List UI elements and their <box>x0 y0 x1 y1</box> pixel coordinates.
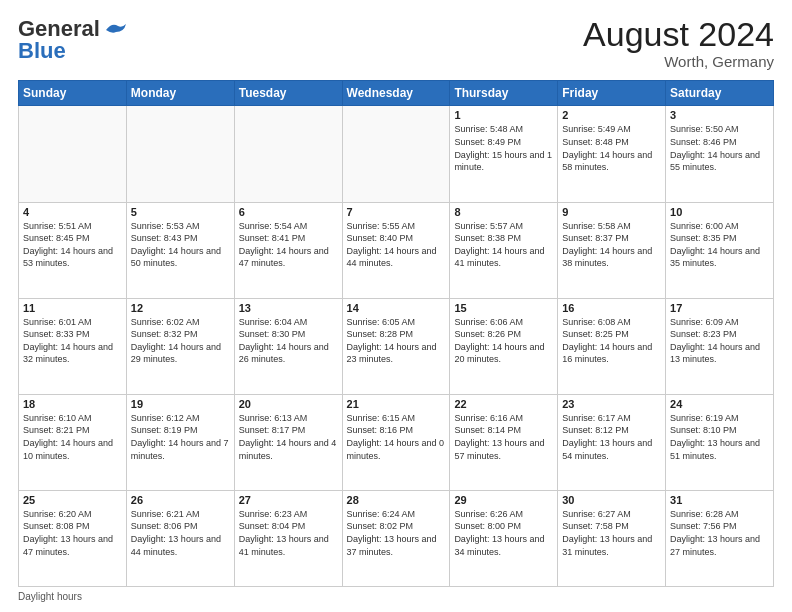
day-info: Sunrise: 6:26 AM Sunset: 8:00 PM Dayligh… <box>454 508 553 558</box>
table-row: 16Sunrise: 6:08 AM Sunset: 8:25 PM Dayli… <box>558 298 666 394</box>
day-info: Sunrise: 5:57 AM Sunset: 8:38 PM Dayligh… <box>454 220 553 270</box>
col-sunday: Sunday <box>19 81 127 106</box>
day-number: 27 <box>239 494 338 506</box>
calendar-week-5: 25Sunrise: 6:20 AM Sunset: 8:08 PM Dayli… <box>19 490 774 586</box>
table-row: 25Sunrise: 6:20 AM Sunset: 8:08 PM Dayli… <box>19 490 127 586</box>
table-row: 19Sunrise: 6:12 AM Sunset: 8:19 PM Dayli… <box>126 394 234 490</box>
day-info: Sunrise: 6:01 AM Sunset: 8:33 PM Dayligh… <box>23 316 122 366</box>
table-row <box>342 106 450 202</box>
day-number: 3 <box>670 109 769 121</box>
logo: General Blue <box>18 16 126 64</box>
day-number: 26 <box>131 494 230 506</box>
table-row: 27Sunrise: 6:23 AM Sunset: 8:04 PM Dayli… <box>234 490 342 586</box>
col-wednesday: Wednesday <box>342 81 450 106</box>
day-info: Sunrise: 6:00 AM Sunset: 8:35 PM Dayligh… <box>670 220 769 270</box>
page: General Blue August 2024 Worth, Germany … <box>0 0 792 612</box>
logo-blue: Blue <box>18 38 66 64</box>
day-info: Sunrise: 6:24 AM Sunset: 8:02 PM Dayligh… <box>347 508 446 558</box>
day-info: Sunrise: 5:53 AM Sunset: 8:43 PM Dayligh… <box>131 220 230 270</box>
day-number: 15 <box>454 302 553 314</box>
day-number: 21 <box>347 398 446 410</box>
table-row: 29Sunrise: 6:26 AM Sunset: 8:00 PM Dayli… <box>450 490 558 586</box>
calendar-week-3: 11Sunrise: 6:01 AM Sunset: 8:33 PM Dayli… <box>19 298 774 394</box>
day-number: 6 <box>239 206 338 218</box>
col-monday: Monday <box>126 81 234 106</box>
day-info: Sunrise: 6:17 AM Sunset: 8:12 PM Dayligh… <box>562 412 661 462</box>
calendar-header-row: Sunday Monday Tuesday Wednesday Thursday… <box>19 81 774 106</box>
table-row: 23Sunrise: 6:17 AM Sunset: 8:12 PM Dayli… <box>558 394 666 490</box>
table-row: 14Sunrise: 6:05 AM Sunset: 8:28 PM Dayli… <box>342 298 450 394</box>
day-number: 18 <box>23 398 122 410</box>
day-number: 10 <box>670 206 769 218</box>
day-number: 12 <box>131 302 230 314</box>
day-info: Sunrise: 6:15 AM Sunset: 8:16 PM Dayligh… <box>347 412 446 462</box>
day-info: Sunrise: 5:49 AM Sunset: 8:48 PM Dayligh… <box>562 123 661 173</box>
table-row: 17Sunrise: 6:09 AM Sunset: 8:23 PM Dayli… <box>666 298 774 394</box>
day-info: Sunrise: 6:10 AM Sunset: 8:21 PM Dayligh… <box>23 412 122 462</box>
day-info: Sunrise: 6:16 AM Sunset: 8:14 PM Dayligh… <box>454 412 553 462</box>
day-info: Sunrise: 6:09 AM Sunset: 8:23 PM Dayligh… <box>670 316 769 366</box>
calendar-week-1: 1Sunrise: 5:48 AM Sunset: 8:49 PM Daylig… <box>19 106 774 202</box>
day-number: 30 <box>562 494 661 506</box>
day-number: 2 <box>562 109 661 121</box>
day-number: 11 <box>23 302 122 314</box>
day-info: Sunrise: 6:08 AM Sunset: 8:25 PM Dayligh… <box>562 316 661 366</box>
day-number: 17 <box>670 302 769 314</box>
day-info: Sunrise: 5:58 AM Sunset: 8:37 PM Dayligh… <box>562 220 661 270</box>
day-info: Sunrise: 5:50 AM Sunset: 8:46 PM Dayligh… <box>670 123 769 173</box>
calendar-table: Sunday Monday Tuesday Wednesday Thursday… <box>18 80 774 587</box>
day-number: 14 <box>347 302 446 314</box>
day-number: 19 <box>131 398 230 410</box>
table-row: 3Sunrise: 5:50 AM Sunset: 8:46 PM Daylig… <box>666 106 774 202</box>
day-number: 22 <box>454 398 553 410</box>
table-row: 30Sunrise: 6:27 AM Sunset: 7:58 PM Dayli… <box>558 490 666 586</box>
day-number: 23 <box>562 398 661 410</box>
calendar-week-4: 18Sunrise: 6:10 AM Sunset: 8:21 PM Dayli… <box>19 394 774 490</box>
day-number: 8 <box>454 206 553 218</box>
table-row: 4Sunrise: 5:51 AM Sunset: 8:45 PM Daylig… <box>19 202 127 298</box>
day-number: 4 <box>23 206 122 218</box>
day-number: 25 <box>23 494 122 506</box>
col-saturday: Saturday <box>666 81 774 106</box>
table-row <box>126 106 234 202</box>
table-row: 5Sunrise: 5:53 AM Sunset: 8:43 PM Daylig… <box>126 202 234 298</box>
day-info: Sunrise: 6:12 AM Sunset: 8:19 PM Dayligh… <box>131 412 230 462</box>
day-number: 1 <box>454 109 553 121</box>
col-tuesday: Tuesday <box>234 81 342 106</box>
table-row: 12Sunrise: 6:02 AM Sunset: 8:32 PM Dayli… <box>126 298 234 394</box>
day-number: 20 <box>239 398 338 410</box>
table-row: 11Sunrise: 6:01 AM Sunset: 8:33 PM Dayli… <box>19 298 127 394</box>
table-row: 7Sunrise: 5:55 AM Sunset: 8:40 PM Daylig… <box>342 202 450 298</box>
footer-note: Daylight hours <box>18 591 774 602</box>
title-block: August 2024 Worth, Germany <box>583 16 774 70</box>
table-row: 8Sunrise: 5:57 AM Sunset: 8:38 PM Daylig… <box>450 202 558 298</box>
day-number: 31 <box>670 494 769 506</box>
table-row <box>234 106 342 202</box>
day-info: Sunrise: 6:02 AM Sunset: 8:32 PM Dayligh… <box>131 316 230 366</box>
calendar-week-2: 4Sunrise: 5:51 AM Sunset: 8:45 PM Daylig… <box>19 202 774 298</box>
day-number: 16 <box>562 302 661 314</box>
day-info: Sunrise: 5:48 AM Sunset: 8:49 PM Dayligh… <box>454 123 553 173</box>
table-row: 21Sunrise: 6:15 AM Sunset: 8:16 PM Dayli… <box>342 394 450 490</box>
header: General Blue August 2024 Worth, Germany <box>18 16 774 70</box>
table-row: 13Sunrise: 6:04 AM Sunset: 8:30 PM Dayli… <box>234 298 342 394</box>
day-info: Sunrise: 6:04 AM Sunset: 8:30 PM Dayligh… <box>239 316 338 366</box>
day-number: 29 <box>454 494 553 506</box>
table-row: 22Sunrise: 6:16 AM Sunset: 8:14 PM Dayli… <box>450 394 558 490</box>
table-row: 10Sunrise: 6:00 AM Sunset: 8:35 PM Dayli… <box>666 202 774 298</box>
day-number: 28 <box>347 494 446 506</box>
day-info: Sunrise: 6:21 AM Sunset: 8:06 PM Dayligh… <box>131 508 230 558</box>
day-info: Sunrise: 6:19 AM Sunset: 8:10 PM Dayligh… <box>670 412 769 462</box>
day-number: 13 <box>239 302 338 314</box>
table-row: 15Sunrise: 6:06 AM Sunset: 8:26 PM Dayli… <box>450 298 558 394</box>
day-number: 7 <box>347 206 446 218</box>
day-info: Sunrise: 5:51 AM Sunset: 8:45 PM Dayligh… <box>23 220 122 270</box>
day-info: Sunrise: 6:13 AM Sunset: 8:17 PM Dayligh… <box>239 412 338 462</box>
table-row <box>19 106 127 202</box>
table-row: 20Sunrise: 6:13 AM Sunset: 8:17 PM Dayli… <box>234 394 342 490</box>
col-thursday: Thursday <box>450 81 558 106</box>
table-row: 6Sunrise: 5:54 AM Sunset: 8:41 PM Daylig… <box>234 202 342 298</box>
location: Worth, Germany <box>583 53 774 70</box>
month-year: August 2024 <box>583 16 774 53</box>
table-row: 28Sunrise: 6:24 AM Sunset: 8:02 PM Dayli… <box>342 490 450 586</box>
